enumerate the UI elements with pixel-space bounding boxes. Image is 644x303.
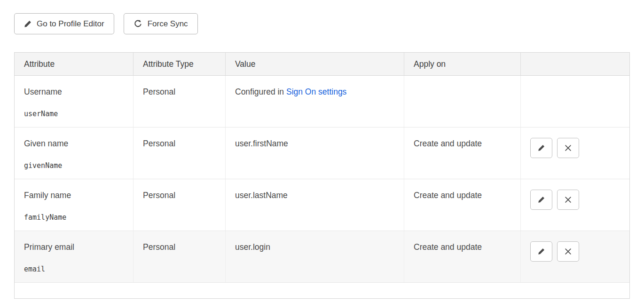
actions-cell	[520, 179, 629, 231]
attribute-type-cell: Personal	[133, 76, 225, 127]
table-row-given-name: Given name givenName Personal user.first…	[15, 128, 629, 179]
toolbar: Go to Profile Editor Force Sync	[14, 13, 630, 34]
empty-row	[15, 283, 629, 298]
delete-attribute-button[interactable]	[557, 190, 579, 210]
value-cell: user.login	[225, 231, 404, 282]
value-cell: Configured in Sign On settings	[225, 76, 404, 127]
pencil-icon	[538, 144, 545, 152]
attribute-variable-name: givenName	[24, 161, 124, 170]
go-to-profile-editor-button[interactable]: Go to Profile Editor	[14, 13, 114, 34]
edit-attribute-button[interactable]	[530, 190, 552, 210]
delete-attribute-button[interactable]	[557, 138, 579, 158]
attribute-label: Family name	[24, 191, 124, 200]
table-row-family-name: Family name familyName Personal user.las…	[15, 179, 629, 231]
table-row-primary-email: Primary email email Personal user.login …	[15, 231, 629, 283]
close-icon	[565, 144, 572, 152]
table-header-row: Attribute Attribute Type Value Apply on	[15, 53, 629, 76]
header-apply-on: Apply on	[404, 53, 520, 75]
header-attribute: Attribute	[15, 53, 133, 75]
attribute-mappings-page: Go to Profile Editor Force Sync Attribut…	[0, 0, 644, 299]
attribute-cell: Given name givenName	[15, 128, 133, 179]
attribute-variable-name: email	[24, 265, 124, 273]
attribute-label: Given name	[24, 139, 124, 149]
apply-on-cell	[404, 76, 520, 127]
pencil-icon	[538, 248, 545, 255]
apply-on-cell: Create and update	[404, 128, 520, 179]
attribute-cell: Primary email email	[15, 231, 133, 282]
attribute-type-cell: Personal	[133, 128, 225, 179]
attribute-variable-name: userName	[24, 110, 124, 118]
attribute-mappings-table: Attribute Attribute Type Value Apply on …	[14, 52, 630, 299]
pencil-icon	[24, 20, 31, 28]
edit-attribute-button[interactable]	[530, 241, 552, 262]
attribute-type-cell: Personal	[133, 179, 225, 231]
close-icon	[565, 248, 572, 255]
actions-cell	[520, 76, 629, 127]
table-row-username: Username userName Personal Configured in…	[15, 76, 629, 128]
attribute-label: Username	[24, 87, 124, 97]
apply-on-cell: Create and update	[404, 179, 520, 231]
actions-cell	[520, 128, 629, 179]
attribute-cell: Username userName	[15, 76, 133, 127]
go-to-profile-editor-label: Go to Profile Editor	[37, 19, 104, 29]
force-sync-button[interactable]: Force Sync	[124, 13, 198, 34]
header-actions	[520, 53, 629, 75]
header-attribute-type: Attribute Type	[133, 53, 225, 75]
sign-on-settings-link[interactable]: Sign On settings	[286, 87, 346, 96]
value-text: Configured in	[235, 87, 286, 96]
value-cell: user.firstName	[225, 128, 404, 179]
delete-attribute-button[interactable]	[557, 241, 579, 262]
attribute-label: Primary email	[24, 242, 124, 252]
pencil-icon	[538, 196, 545, 203]
attribute-variable-name: familyName	[24, 213, 124, 222]
edit-attribute-button[interactable]	[530, 138, 552, 158]
value-cell: user.lastName	[225, 179, 404, 231]
attribute-cell: Family name familyName	[15, 179, 133, 231]
refresh-icon	[134, 19, 142, 28]
actions-cell	[520, 231, 629, 282]
attribute-type-cell: Personal	[133, 231, 225, 282]
force-sync-label: Force Sync	[148, 19, 188, 29]
header-value: Value	[225, 53, 404, 75]
apply-on-cell: Create and update	[404, 231, 520, 282]
close-icon	[565, 196, 572, 203]
